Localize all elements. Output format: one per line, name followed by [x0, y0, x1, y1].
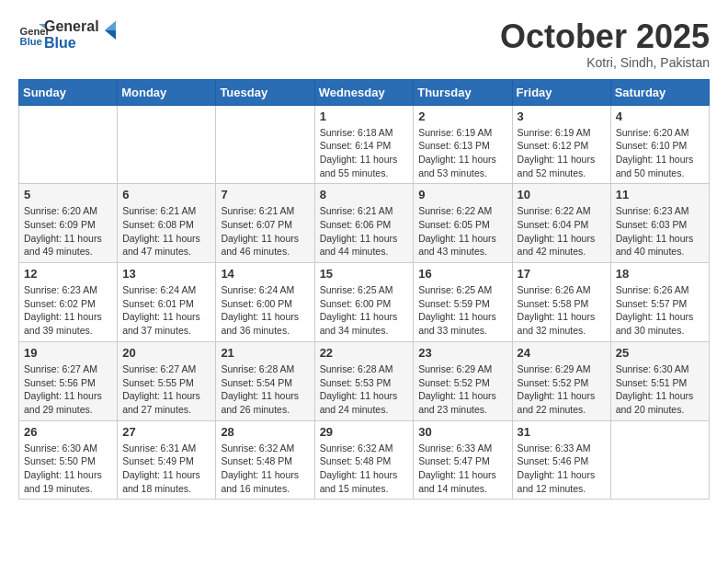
day-info: Sunrise: 6:27 AM Sunset: 5:56 PM Dayligh…: [24, 362, 112, 417]
day-number: 28: [221, 425, 309, 439]
day-number: 3: [518, 109, 606, 123]
day-info: Sunrise: 6:19 AM Sunset: 6:13 PM Dayligh…: [418, 126, 506, 180]
calendar-cell: 14Sunrise: 6:24 AM Sunset: 6:00 PM Dayli…: [216, 263, 314, 342]
day-info: Sunrise: 6:23 AM Sunset: 6:02 PM Dayligh…: [24, 283, 112, 338]
day-number: 1: [320, 109, 409, 123]
day-number: 17: [518, 267, 606, 281]
calendar-week-row: 1Sunrise: 6:18 AM Sunset: 6:14 PM Daylig…: [19, 105, 710, 184]
day-info: Sunrise: 6:25 AM Sunset: 6:00 PM Dayligh…: [320, 283, 409, 338]
calendar-table: SundayMondayTuesdayWednesdayThursdayFrid…: [18, 79, 710, 500]
day-info: Sunrise: 6:26 AM Sunset: 5:58 PM Dayligh…: [518, 283, 606, 338]
day-info: Sunrise: 6:29 AM Sunset: 5:52 PM Dayligh…: [418, 362, 506, 417]
day-info: Sunrise: 6:32 AM Sunset: 5:48 PM Dayligh…: [320, 442, 409, 496]
calendar-cell: 30Sunrise: 6:33 AM Sunset: 5:47 PM Dayli…: [414, 420, 512, 500]
calendar-cell: 6Sunrise: 6:21 AM Sunset: 6:08 PM Daylig…: [118, 184, 216, 263]
calendar-cell: 1Sunrise: 6:18 AM Sunset: 6:14 PM Daylig…: [314, 105, 414, 184]
calendar-cell: [118, 105, 216, 184]
day-info: Sunrise: 6:21 AM Sunset: 6:07 PM Dayligh…: [221, 204, 309, 259]
day-info: Sunrise: 6:22 AM Sunset: 6:04 PM Dayligh…: [518, 204, 606, 259]
calendar-cell: 8Sunrise: 6:21 AM Sunset: 6:06 PM Daylig…: [314, 184, 414, 263]
calendar-cell: 11Sunrise: 6:23 AM Sunset: 6:03 PM Dayli…: [610, 184, 709, 263]
day-info: Sunrise: 6:30 AM Sunset: 5:50 PM Dayligh…: [24, 442, 112, 496]
calendar-cell: 25Sunrise: 6:30 AM Sunset: 5:51 PM Dayli…: [610, 341, 709, 420]
day-number: 9: [418, 188, 506, 201]
calendar-cell: 16Sunrise: 6:25 AM Sunset: 5:59 PM Dayli…: [414, 263, 512, 342]
day-number: 24: [518, 346, 606, 360]
day-number: 8: [320, 188, 409, 201]
day-info: Sunrise: 6:32 AM Sunset: 5:48 PM Dayligh…: [221, 442, 309, 496]
day-number: 26: [24, 425, 112, 439]
calendar-cell: 23Sunrise: 6:29 AM Sunset: 5:52 PM Dayli…: [414, 341, 512, 420]
day-number: 31: [518, 425, 606, 439]
calendar-week-row: 26Sunrise: 6:30 AM Sunset: 5:50 PM Dayli…: [19, 420, 710, 500]
day-info: Sunrise: 6:18 AM Sunset: 6:14 PM Dayligh…: [320, 126, 409, 180]
day-info: Sunrise: 6:22 AM Sunset: 6:05 PM Dayligh…: [418, 204, 506, 259]
day-info: Sunrise: 6:25 AM Sunset: 5:59 PM Dayligh…: [418, 283, 506, 338]
day-info: Sunrise: 6:27 AM Sunset: 5:55 PM Dayligh…: [122, 362, 210, 417]
day-info: Sunrise: 6:20 AM Sunset: 6:10 PM Dayligh…: [616, 126, 704, 180]
day-number: 4: [616, 109, 704, 123]
calendar-cell: [19, 105, 118, 184]
svg-marker-5: [105, 21, 116, 30]
weekday-header-thursday: Thursday: [414, 79, 512, 105]
weekday-header-friday: Friday: [512, 79, 610, 105]
calendar-cell: 26Sunrise: 6:30 AM Sunset: 5:50 PM Dayli…: [19, 420, 118, 500]
calendar-cell: 22Sunrise: 6:28 AM Sunset: 5:53 PM Dayli…: [314, 341, 414, 420]
svg-text:Blue: Blue: [20, 36, 42, 47]
calendar-cell: 5Sunrise: 6:20 AM Sunset: 6:09 PM Daylig…: [19, 184, 118, 263]
calendar-cell: 15Sunrise: 6:25 AM Sunset: 6:00 PM Dayli…: [314, 263, 414, 342]
day-number: 22: [320, 346, 409, 360]
day-info: Sunrise: 6:26 AM Sunset: 5:57 PM Dayligh…: [616, 283, 704, 338]
day-number: 2: [418, 109, 506, 123]
day-info: Sunrise: 6:23 AM Sunset: 6:03 PM Dayligh…: [616, 204, 704, 259]
day-number: 15: [320, 267, 409, 281]
calendar-cell: 29Sunrise: 6:32 AM Sunset: 5:48 PM Dayli…: [314, 420, 414, 500]
day-info: Sunrise: 6:28 AM Sunset: 5:54 PM Dayligh…: [221, 362, 309, 417]
calendar-week-row: 19Sunrise: 6:27 AM Sunset: 5:56 PM Dayli…: [19, 341, 710, 420]
page-header: General Blue General Blue October 2025 K…: [18, 18, 710, 70]
calendar-header-row: SundayMondayTuesdayWednesdayThursdayFrid…: [19, 79, 710, 105]
day-number: 16: [418, 267, 506, 281]
day-info: Sunrise: 6:29 AM Sunset: 5:52 PM Dayligh…: [518, 362, 606, 417]
day-number: 30: [418, 425, 506, 439]
day-info: Sunrise: 6:20 AM Sunset: 6:09 PM Dayligh…: [24, 204, 112, 259]
day-number: 12: [24, 267, 112, 281]
calendar-cell: 18Sunrise: 6:26 AM Sunset: 5:57 PM Dayli…: [610, 263, 709, 342]
calendar-cell: 10Sunrise: 6:22 AM Sunset: 6:04 PM Dayli…: [512, 184, 610, 263]
day-number: 6: [122, 188, 210, 201]
weekday-header-monday: Monday: [118, 79, 216, 105]
calendar-cell: 13Sunrise: 6:24 AM Sunset: 6:01 PM Dayli…: [118, 263, 216, 342]
day-number: 27: [122, 425, 210, 439]
logo-blue: Blue: [44, 35, 99, 52]
day-number: 7: [221, 188, 309, 201]
calendar-cell: 21Sunrise: 6:28 AM Sunset: 5:54 PM Dayli…: [216, 341, 314, 420]
day-number: 5: [24, 188, 112, 201]
calendar-cell: 4Sunrise: 6:20 AM Sunset: 6:10 PM Daylig…: [610, 105, 709, 184]
calendar-cell: 9Sunrise: 6:22 AM Sunset: 6:05 PM Daylig…: [414, 184, 512, 263]
calendar-cell: 2Sunrise: 6:19 AM Sunset: 6:13 PM Daylig…: [414, 105, 512, 184]
day-number: 13: [122, 267, 210, 281]
calendar-cell: 12Sunrise: 6:23 AM Sunset: 6:02 PM Dayli…: [19, 263, 118, 342]
day-number: 23: [418, 346, 506, 360]
weekday-header-tuesday: Tuesday: [216, 79, 314, 105]
location: Kotri, Sindh, Pakistan: [500, 55, 710, 70]
calendar-cell: 20Sunrise: 6:27 AM Sunset: 5:55 PM Dayli…: [118, 341, 216, 420]
calendar-week-row: 5Sunrise: 6:20 AM Sunset: 6:09 PM Daylig…: [19, 184, 710, 263]
day-info: Sunrise: 6:33 AM Sunset: 5:47 PM Dayligh…: [418, 442, 506, 496]
weekday-header-wednesday: Wednesday: [314, 79, 414, 105]
day-info: Sunrise: 6:19 AM Sunset: 6:12 PM Dayligh…: [518, 126, 606, 180]
calendar-cell: 17Sunrise: 6:26 AM Sunset: 5:58 PM Dayli…: [512, 263, 610, 342]
day-info: Sunrise: 6:31 AM Sunset: 5:49 PM Dayligh…: [122, 442, 210, 496]
calendar-cell: 3Sunrise: 6:19 AM Sunset: 6:12 PM Daylig…: [512, 105, 610, 184]
day-info: Sunrise: 6:30 AM Sunset: 5:51 PM Dayligh…: [616, 362, 704, 417]
day-info: Sunrise: 6:21 AM Sunset: 6:06 PM Dayligh…: [320, 204, 409, 259]
day-number: 10: [518, 188, 606, 201]
day-number: 18: [616, 267, 704, 281]
day-number: 11: [616, 188, 704, 201]
calendar-cell: 28Sunrise: 6:32 AM Sunset: 5:48 PM Dayli…: [216, 420, 314, 500]
title-block: October 2025 Kotri, Sindh, Pakistan: [500, 18, 710, 70]
day-number: 21: [221, 346, 309, 360]
day-info: Sunrise: 6:21 AM Sunset: 6:08 PM Dayligh…: [122, 204, 210, 259]
day-number: 20: [122, 346, 210, 360]
calendar-cell: 31Sunrise: 6:33 AM Sunset: 5:46 PM Dayli…: [512, 420, 610, 500]
